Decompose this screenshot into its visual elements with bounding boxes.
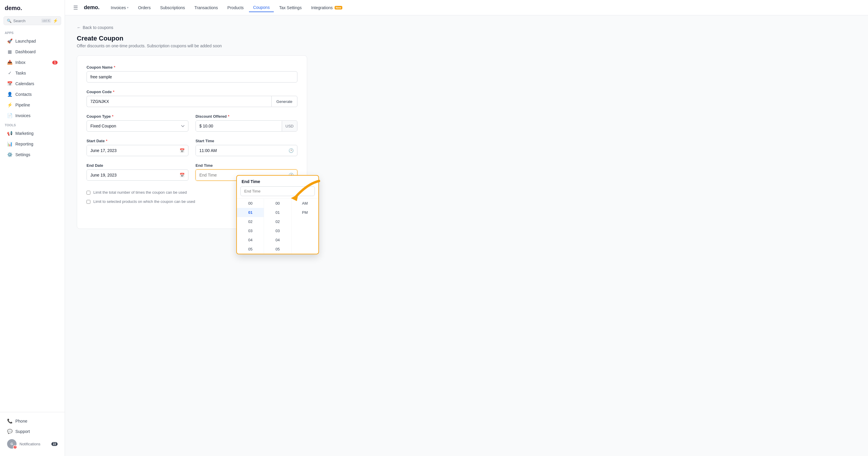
topnav-subscriptions-label: Subscriptions <box>160 5 185 10</box>
back-to-coupons-link[interactable]: ← Back to coupons <box>77 25 114 30</box>
start-time-input[interactable] <box>196 145 285 156</box>
coupon-code-input[interactable] <box>87 96 271 107</box>
topnav-integrations-label: Integrations <box>311 5 333 10</box>
dropdown-title: End Time <box>237 176 318 186</box>
avatar: G 7 <box>7 439 17 449</box>
minute-item-05[interactable]: 05 <box>264 245 291 254</box>
top-navigation: ☰ demo. Invoices ▾ Orders Subscriptions … <box>65 0 868 16</box>
start-time-label: Start Time <box>195 139 298 143</box>
inbox-badge: 1 <box>52 61 58 64</box>
type-discount-row: Coupon Type * Fixed Coupon Percent Coupo… <box>87 114 298 132</box>
sidebar-item-support[interactable]: 💬 Support <box>2 426 62 436</box>
end-time-search-input[interactable] <box>240 186 315 196</box>
topnav-products[interactable]: Products <box>223 4 248 12</box>
search-shortcut: ctrl K <box>41 19 51 23</box>
search-label: Search <box>13 19 39 23</box>
sidebar-item-contacts[interactable]: 👤 Contacts <box>2 89 62 99</box>
hour-item-02[interactable]: 02 <box>237 217 264 226</box>
start-date-label: Start Date * <box>87 139 188 143</box>
sidebar-item-tasks[interactable]: ✓ Tasks <box>2 68 62 78</box>
sidebar-item-marketing[interactable]: 📢 Marketing <box>2 129 62 138</box>
topnav-tax-settings[interactable]: Tax Settings <box>275 4 306 12</box>
topnav-orders[interactable]: Orders <box>134 4 155 12</box>
hour-item-05[interactable]: 05 <box>237 245 264 254</box>
coupon-code-input-group: Generate <box>87 96 298 107</box>
minute-item-01[interactable]: 01 <box>264 208 291 217</box>
start-time-col: Start Time 🕐 <box>195 139 298 156</box>
minute-item-03[interactable]: 03 <box>264 226 291 235</box>
hour-item-01[interactable]: 01 <box>237 208 264 217</box>
topnav-subscriptions[interactable]: Subscriptions <box>156 4 189 12</box>
sidebar-item-label: Marketing <box>16 131 33 136</box>
hour-item-04[interactable]: 04 <box>237 235 264 245</box>
minute-item-04[interactable]: 04 <box>264 235 291 245</box>
page-content: ← Back to coupons Create Coupon Offer di… <box>65 16 868 456</box>
sidebar-item-launchpad[interactable]: 🚀 Launchpad <box>2 36 62 46</box>
support-icon: 💬 <box>7 429 12 434</box>
minute-item-02[interactable]: 02 <box>264 217 291 226</box>
pipeline-icon: ⚡ <box>7 102 12 108</box>
hour-item-00[interactable]: 00 <box>237 199 264 208</box>
sidebar-item-label: Dashboard <box>16 49 36 54</box>
topnav-logo: demo. <box>84 4 99 11</box>
end-date-input[interactable] <box>87 170 176 180</box>
end-time-dropdown[interactable]: End Time 00 01 02 03 04 05 00 01 02 03 <box>236 175 319 254</box>
topnav-coupons-label: Coupons <box>253 5 270 10</box>
dropdown-columns: 00 01 02 03 04 05 00 01 02 03 04 05 <box>237 198 318 254</box>
sidebar-item-label: Calendars <box>16 81 34 86</box>
required-indicator: * <box>106 139 107 143</box>
required-indicator: * <box>228 114 229 119</box>
sidebar-item-notifications[interactable]: G 7 Notifications 22 <box>2 437 62 451</box>
avatar-notification-badge: 7 <box>13 445 17 449</box>
start-time-input-group: 🕐 <box>195 145 298 156</box>
sidebar-item-settings[interactable]: ⚙️ Settings <box>2 150 62 160</box>
sidebar-item-label: Invoices <box>16 113 30 118</box>
am-option[interactable]: AM <box>291 199 318 208</box>
page-title: Create Coupon <box>77 35 856 42</box>
hour-item-03[interactable]: 03 <box>237 226 264 235</box>
coupon-name-input[interactable] <box>87 71 298 83</box>
sidebar-item-phone[interactable]: 📞 Phone <box>2 416 62 426</box>
required-indicator: * <box>113 90 114 94</box>
sidebar-item-label: Contacts <box>16 92 32 97</box>
limit-total-label: Limit the total number of times the coup… <box>93 190 187 195</box>
discount-input[interactable] <box>196 121 282 131</box>
coupon-type-select[interactable]: Fixed Coupon Percent Coupon <box>87 120 188 132</box>
coupon-name-label: Coupon Name * <box>87 65 298 69</box>
start-date-input-group: 📅 <box>87 145 188 156</box>
sidebar-item-invoices[interactable]: 📄 Invoices <box>2 111 62 121</box>
dashboard-icon: ▦ <box>7 49 12 54</box>
topnav-tax-settings-label: Tax Settings <box>279 5 302 10</box>
sidebar-item-reporting[interactable]: 📊 Reporting <box>2 139 62 149</box>
sidebar-item-label: Tasks <box>16 71 26 76</box>
sidebar-item-inbox[interactable]: 📥 Inbox 1 <box>2 57 62 67</box>
topnav-integrations[interactable]: Integrations New <box>307 4 346 12</box>
limit-products-checkbox[interactable] <box>87 200 90 204</box>
topnav-coupons[interactable]: Coupons <box>249 3 274 12</box>
contacts-icon: 👤 <box>7 92 12 97</box>
search-bar[interactable]: 🔍 Search ctrl K ⚡ <box>4 16 61 25</box>
sidebar-item-calendars[interactable]: 📅 Calendars <box>2 79 62 89</box>
topnav-invoices[interactable]: Invoices ▾ <box>106 4 133 12</box>
currency-suffix: USD <box>282 121 297 131</box>
limit-total-checkbox[interactable] <box>87 191 90 195</box>
sidebar-item-pipeline[interactable]: ⚡ Pipeline <box>2 100 62 110</box>
main-wrapper: ☰ demo. Invoices ▾ Orders Subscriptions … <box>65 0 868 456</box>
end-date-col: End Date 📅 <box>87 163 188 181</box>
avatar-initials: G <box>11 442 13 446</box>
end-date-label: End Date <box>87 163 188 168</box>
pm-option[interactable]: PM <box>291 208 318 217</box>
ampm-column: AM PM <box>291 199 318 254</box>
hamburger-menu-icon[interactable]: ☰ <box>72 3 79 12</box>
minute-item-00[interactable]: 00 <box>264 199 291 208</box>
sidebar-item-label: Inbox <box>16 60 25 65</box>
discount-input-group: USD <box>195 120 298 132</box>
sidebar: demo. 🔍 Search ctrl K ⚡ Apps 🚀 Launchpad… <box>0 0 65 456</box>
topnav-transactions[interactable]: Transactions <box>190 4 222 12</box>
topnav-products-label: Products <box>227 5 244 10</box>
generate-button[interactable]: Generate <box>271 96 298 107</box>
sidebar-item-dashboard[interactable]: ▦ Dashboard <box>2 47 62 57</box>
start-date-input[interactable] <box>87 145 176 156</box>
reporting-icon: 📊 <box>7 141 12 147</box>
end-time-label: End Time <box>195 163 298 168</box>
